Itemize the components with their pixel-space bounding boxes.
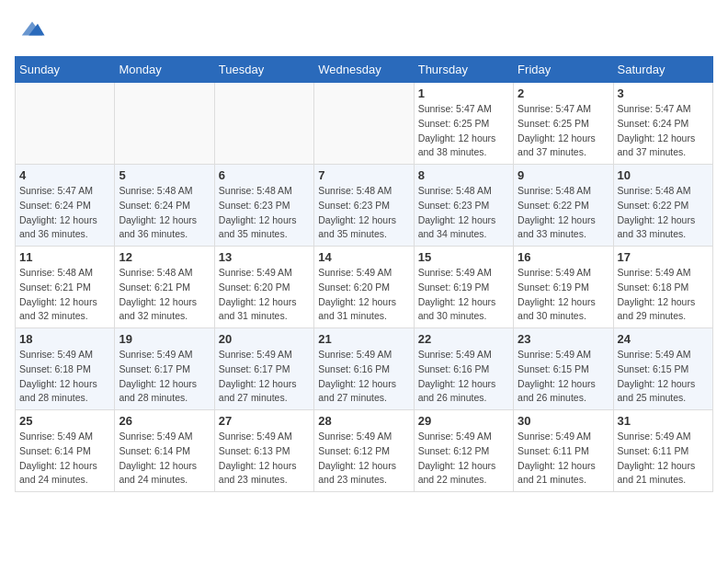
day-number: 1 — [418, 86, 509, 100]
calendar-cell: 9Sunrise: 5:48 AMSunset: 6:22 PMDaylight… — [514, 165, 613, 247]
calendar-cell: 25Sunrise: 5:49 AMSunset: 6:14 PMDayligh… — [16, 410, 115, 492]
day-info: Sunrise: 5:49 AMSunset: 6:17 PMDaylight:… — [219, 348, 310, 406]
day-info: Sunrise: 5:48 AMSunset: 6:23 PMDaylight:… — [219, 184, 310, 242]
calendar-cell: 16Sunrise: 5:49 AMSunset: 6:19 PMDayligh… — [514, 247, 613, 328]
calendar-table: SundayMondayTuesdayWednesdayThursdayFrid… — [15, 56, 713, 492]
day-number: 2 — [518, 86, 609, 100]
day-number: 16 — [518, 250, 609, 264]
header — [15, 15, 713, 47]
day-number: 21 — [318, 332, 409, 346]
day-number: 31 — [618, 414, 709, 428]
calendar-cell: 15Sunrise: 5:49 AMSunset: 6:19 PMDayligh… — [414, 247, 513, 328]
weekday-header: Sunday — [16, 57, 115, 83]
day-info: Sunrise: 5:47 AMSunset: 6:25 PMDaylight:… — [418, 102, 509, 160]
calendar-cell: 11Sunrise: 5:48 AMSunset: 6:21 PMDayligh… — [16, 247, 115, 328]
weekday-header: Saturday — [613, 57, 712, 83]
calendar-cell: 24Sunrise: 5:49 AMSunset: 6:15 PMDayligh… — [613, 328, 712, 410]
calendar-cell: 20Sunrise: 5:49 AMSunset: 6:17 PMDayligh… — [214, 328, 313, 410]
calendar-cell: 26Sunrise: 5:49 AMSunset: 6:14 PMDayligh… — [115, 410, 214, 492]
calendar-cell: 4Sunrise: 5:47 AMSunset: 6:24 PMDaylight… — [16, 165, 115, 247]
day-info: Sunrise: 5:48 AMSunset: 6:22 PMDaylight:… — [518, 184, 609, 242]
calendar-cell: 2Sunrise: 5:47 AMSunset: 6:25 PMDaylight… — [514, 83, 613, 165]
calendar-week-row: 4Sunrise: 5:47 AMSunset: 6:24 PMDaylight… — [16, 165, 713, 247]
day-number: 25 — [19, 414, 110, 428]
day-number: 4 — [19, 168, 110, 182]
calendar-week-row: 11Sunrise: 5:48 AMSunset: 6:21 PMDayligh… — [16, 247, 713, 328]
day-number: 11 — [19, 250, 110, 264]
calendar-cell — [115, 83, 214, 165]
day-number: 6 — [219, 168, 310, 182]
logo — [15, 15, 46, 47]
day-info: Sunrise: 5:47 AMSunset: 6:24 PMDaylight:… — [618, 102, 709, 160]
day-number: 28 — [318, 414, 409, 428]
calendar-cell: 14Sunrise: 5:49 AMSunset: 6:20 PMDayligh… — [314, 247, 414, 328]
day-number: 17 — [618, 250, 709, 264]
day-number: 10 — [618, 168, 709, 182]
day-number: 19 — [119, 332, 210, 346]
calendar-cell: 17Sunrise: 5:49 AMSunset: 6:18 PMDayligh… — [613, 247, 712, 328]
day-info: Sunrise: 5:48 AMSunset: 6:21 PMDaylight:… — [19, 266, 110, 324]
weekday-header: Friday — [514, 57, 613, 83]
day-number: 26 — [119, 414, 210, 428]
day-info: Sunrise: 5:49 AMSunset: 6:18 PMDaylight:… — [618, 266, 709, 324]
calendar-cell — [214, 83, 313, 165]
day-info: Sunrise: 5:49 AMSunset: 6:14 PMDaylight:… — [19, 430, 110, 488]
calendar-cell: 3Sunrise: 5:47 AMSunset: 6:24 PMDaylight… — [613, 83, 712, 165]
calendar-cell: 10Sunrise: 5:48 AMSunset: 6:22 PMDayligh… — [613, 165, 712, 247]
calendar-cell: 13Sunrise: 5:49 AMSunset: 6:20 PMDayligh… — [214, 247, 313, 328]
day-info: Sunrise: 5:49 AMSunset: 6:19 PMDaylight:… — [418, 266, 509, 324]
day-number: 29 — [418, 414, 509, 428]
day-info: Sunrise: 5:48 AMSunset: 6:24 PMDaylight:… — [119, 184, 210, 242]
day-number: 13 — [219, 250, 310, 264]
day-number: 14 — [318, 250, 409, 264]
day-number: 27 — [219, 414, 310, 428]
day-info: Sunrise: 5:49 AMSunset: 6:11 PMDaylight:… — [618, 430, 709, 488]
day-info: Sunrise: 5:49 AMSunset: 6:12 PMDaylight:… — [318, 430, 409, 488]
weekday-header: Monday — [115, 57, 214, 83]
calendar-cell: 8Sunrise: 5:48 AMSunset: 6:23 PMDaylight… — [414, 165, 513, 247]
calendar-week-row: 18Sunrise: 5:49 AMSunset: 6:18 PMDayligh… — [16, 328, 713, 410]
day-info: Sunrise: 5:48 AMSunset: 6:23 PMDaylight:… — [318, 184, 409, 242]
day-number: 15 — [418, 250, 509, 264]
day-number: 22 — [418, 332, 509, 346]
day-info: Sunrise: 5:49 AMSunset: 6:11 PMDaylight:… — [518, 430, 609, 488]
day-number: 5 — [119, 168, 210, 182]
day-info: Sunrise: 5:48 AMSunset: 6:23 PMDaylight:… — [418, 184, 509, 242]
day-number: 7 — [318, 168, 409, 182]
day-number: 18 — [19, 332, 110, 346]
calendar-cell: 12Sunrise: 5:48 AMSunset: 6:21 PMDayligh… — [115, 247, 214, 328]
day-number: 23 — [518, 332, 609, 346]
day-number: 9 — [518, 168, 609, 182]
day-info: Sunrise: 5:49 AMSunset: 6:13 PMDaylight:… — [219, 430, 310, 488]
day-info: Sunrise: 5:48 AMSunset: 6:22 PMDaylight:… — [618, 184, 709, 242]
calendar-cell: 28Sunrise: 5:49 AMSunset: 6:12 PMDayligh… — [314, 410, 414, 492]
calendar-cell: 19Sunrise: 5:49 AMSunset: 6:17 PMDayligh… — [115, 328, 214, 410]
calendar-week-row: 25Sunrise: 5:49 AMSunset: 6:14 PMDayligh… — [16, 410, 713, 492]
calendar-cell — [314, 83, 414, 165]
calendar-cell — [16, 83, 115, 165]
day-info: Sunrise: 5:49 AMSunset: 6:16 PMDaylight:… — [318, 348, 409, 406]
day-number: 3 — [618, 86, 709, 100]
calendar-cell: 7Sunrise: 5:48 AMSunset: 6:23 PMDaylight… — [314, 165, 414, 247]
day-info: Sunrise: 5:49 AMSunset: 6:18 PMDaylight:… — [19, 348, 110, 406]
weekday-header: Wednesday — [314, 57, 414, 83]
calendar-cell: 23Sunrise: 5:49 AMSunset: 6:15 PMDayligh… — [514, 328, 613, 410]
calendar-cell: 30Sunrise: 5:49 AMSunset: 6:11 PMDayligh… — [514, 410, 613, 492]
calendar-cell: 21Sunrise: 5:49 AMSunset: 6:16 PMDayligh… — [314, 328, 414, 410]
day-number: 24 — [618, 332, 709, 346]
calendar-cell: 1Sunrise: 5:47 AMSunset: 6:25 PMDaylight… — [414, 83, 513, 165]
calendar-cell: 27Sunrise: 5:49 AMSunset: 6:13 PMDayligh… — [214, 410, 313, 492]
day-info: Sunrise: 5:47 AMSunset: 6:25 PMDaylight:… — [518, 102, 609, 160]
day-info: Sunrise: 5:48 AMSunset: 6:21 PMDaylight:… — [119, 266, 210, 324]
logo-icon — [18, 15, 46, 42]
day-info: Sunrise: 5:49 AMSunset: 6:20 PMDaylight:… — [219, 266, 310, 324]
day-info: Sunrise: 5:47 AMSunset: 6:24 PMDaylight:… — [19, 184, 110, 242]
calendar-header-row: SundayMondayTuesdayWednesdayThursdayFrid… — [16, 57, 713, 83]
calendar-cell: 31Sunrise: 5:49 AMSunset: 6:11 PMDayligh… — [613, 410, 712, 492]
day-number: 12 — [119, 250, 210, 264]
day-info: Sunrise: 5:49 AMSunset: 6:19 PMDaylight:… — [518, 266, 609, 324]
day-info: Sunrise: 5:49 AMSunset: 6:17 PMDaylight:… — [119, 348, 210, 406]
day-info: Sunrise: 5:49 AMSunset: 6:16 PMDaylight:… — [418, 348, 509, 406]
day-info: Sunrise: 5:49 AMSunset: 6:20 PMDaylight:… — [318, 266, 409, 324]
calendar-cell: 6Sunrise: 5:48 AMSunset: 6:23 PMDaylight… — [214, 165, 313, 247]
